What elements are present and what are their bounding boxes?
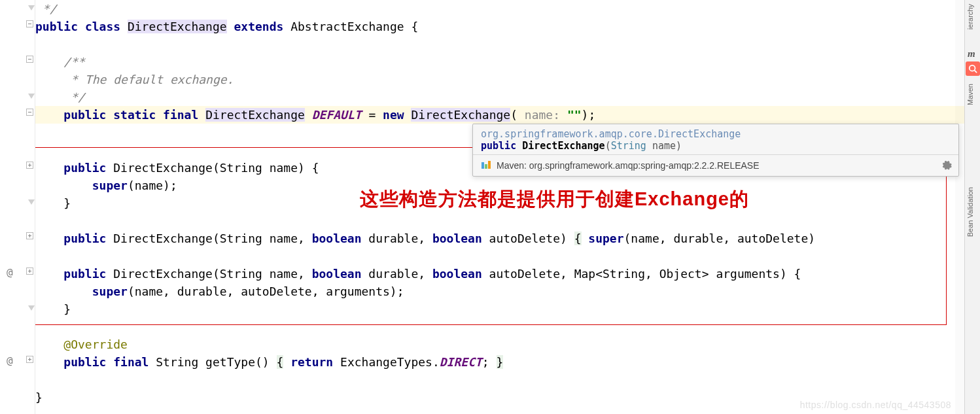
code-text: AbstractExchange { — [290, 20, 418, 33]
svg-rect-1 — [485, 164, 487, 169]
keyword: super — [92, 179, 128, 192]
quick-doc-popup[interactable]: org.springframework.amqp.core.DirectExch… — [472, 124, 959, 177]
tool-window-maven-active[interactable] — [966, 61, 980, 76]
fold-end-icon[interactable] — [28, 94, 35, 99]
annotation-override: @Override — [63, 337, 128, 351]
keyword: static — [113, 108, 156, 122]
vertical-scrollbar[interactable] — [955, 0, 964, 414]
param-hint: name: — [517, 108, 567, 122]
code-editor[interactable]: */ public class DirectExchange extends A… — [35, 0, 964, 414]
constructor-call: DirectExchange — [411, 108, 510, 122]
maven-icon — [481, 160, 491, 171]
keyword: public — [35, 20, 78, 33]
keyword: boolean — [312, 267, 362, 281]
svg-rect-2 — [488, 161, 491, 169]
keyword: boolean — [432, 267, 482, 281]
fold-end-icon[interactable] — [28, 199, 35, 205]
field-name: DEFAULT — [312, 108, 362, 122]
fold-end-icon[interactable] — [28, 5, 35, 10]
override-gutter-icon[interactable]: @ — [7, 354, 13, 367]
svg-line-4 — [975, 71, 977, 73]
keyword: new — [383, 108, 404, 122]
comment: */ — [63, 90, 85, 104]
comment: */ — [35, 2, 57, 16]
keyword: super — [92, 285, 128, 298]
gear-icon[interactable] — [941, 160, 952, 173]
tool-window-hierarchy[interactable]: ierarchy — [965, 0, 980, 33]
tool-window-maven[interactable]: Maven — [965, 80, 980, 109]
fold-expand-icon[interactable] — [26, 267, 33, 275]
keyword: boolean — [432, 232, 482, 245]
string-literal: "" — [567, 108, 582, 122]
type-name: Dire — [205, 108, 234, 122]
constructor-signature: DirectExchange(String name) { — [106, 161, 319, 175]
tool-window-bean-validation[interactable]: Bean Validation — [965, 183, 980, 241]
fold-expand-icon[interactable] — [26, 162, 33, 169]
keyword: return — [290, 355, 333, 369]
tooltip-maven-label: Maven: org.springframework.amqp:spring-a… — [497, 160, 760, 171]
comment: * The default exchange. — [63, 73, 234, 86]
keyword: public — [63, 161, 106, 175]
keyword: extends — [234, 20, 283, 33]
editor-gutter: @ @ — [0, 0, 35, 414]
class-name: DirectExchange — [128, 20, 227, 33]
tooltip-source-row[interactable]: Maven: org.springframework.amqp:spring-a… — [473, 155, 958, 176]
keyword: class — [85, 20, 120, 33]
keyword: super — [588, 232, 623, 245]
keyword: final — [163, 108, 198, 122]
fold-toggle-icon[interactable] — [26, 109, 33, 116]
fold-expand-icon[interactable] — [26, 232, 33, 239]
comment: /** — [63, 55, 85, 69]
tooltip-signature: public DirectExchange(String name) — [481, 140, 951, 152]
svg-rect-0 — [481, 162, 484, 169]
tooltip-fqcn: org.springframework.amqp.core.DirectExch… — [481, 128, 951, 140]
right-toolbar: ierarchy m Maven Bean Validation — [964, 0, 980, 414]
fold-expand-icon[interactable] — [26, 356, 33, 363]
keyword: public — [63, 267, 106, 281]
fold-end-icon[interactable] — [28, 305, 35, 311]
field-ref: DIRECT — [440, 355, 482, 369]
fold-toggle-icon[interactable] — [26, 56, 33, 63]
maven-m-icon: m — [968, 48, 975, 60]
keyword: final — [113, 355, 149, 369]
keyword: public — [63, 232, 106, 245]
svg-point-3 — [970, 65, 975, 71]
type-name: ctExchange — [234, 108, 305, 122]
keyword: public — [63, 108, 106, 122]
keyword: boolean — [312, 232, 362, 245]
fold-toggle-icon[interactable] — [26, 20, 33, 27]
override-gutter-icon[interactable]: @ — [7, 266, 13, 279]
keyword: public — [63, 355, 106, 369]
